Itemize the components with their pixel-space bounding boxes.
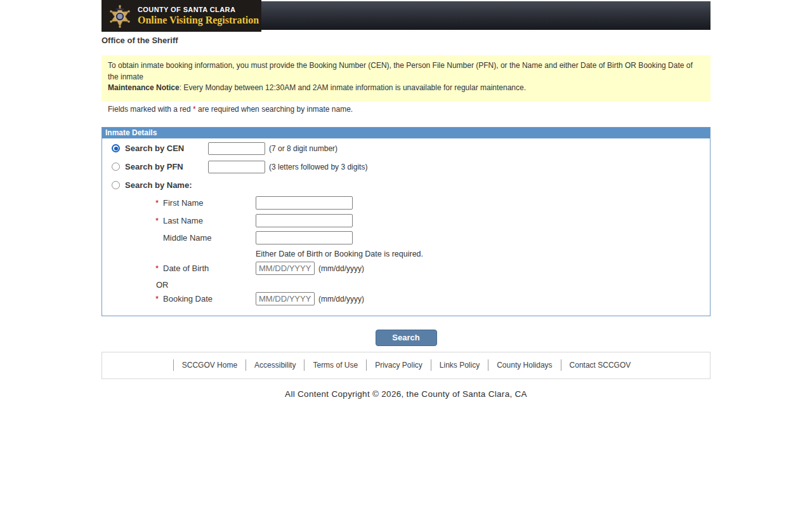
last-name-row: *Last Name <box>102 214 710 228</box>
middle-name-row: Middle Name <box>102 231 710 245</box>
middle-name-label-text: Middle Name <box>163 233 212 243</box>
date-of-birth-label: *Date of Birth <box>155 264 256 273</box>
or-label: OR <box>156 280 710 290</box>
logo: COUNTY OF SANTA CLARA Online Visiting Re… <box>102 0 261 32</box>
dob-required-asterisk: * <box>155 264 163 273</box>
footer-link-accessibility[interactable]: Accessibility <box>246 359 304 371</box>
sheriff-star-badge-icon <box>108 3 132 29</box>
search-by-name-radio[interactable] <box>112 181 120 189</box>
date-of-birth-row: *Date of Birth (mm/dd/yyyy) <box>102 262 710 276</box>
search-by-name-label: Search by Name: <box>125 180 208 190</box>
booking-date-required-asterisk: * <box>155 294 163 304</box>
middle-name-asterisk-spacer <box>155 233 163 243</box>
search-by-cen-row: Search by CEN (7 or 8 digit number) <box>112 142 710 156</box>
middle-name-input[interactable] <box>256 231 353 244</box>
search-by-pfn-row: Search by PFN (3 letters followed by 3 d… <box>112 160 710 174</box>
first-name-label-text: First Name <box>163 198 204 208</box>
last-name-input[interactable] <box>256 214 353 227</box>
required-note-text-2: are required when searching by inmate na… <box>196 105 353 114</box>
booking-date-format-hint: (mm/dd/yyyy) <box>318 295 364 304</box>
logo-text: COUNTY OF SANTA CLARA Online Visiting Re… <box>138 6 259 26</box>
footer-link-privacy-policy[interactable]: Privacy Policy <box>366 359 431 371</box>
dob-label-text: Date of Birth <box>163 264 209 273</box>
last-name-label: *Last Name <box>155 216 256 225</box>
booking-date-input[interactable] <box>256 292 315 305</box>
first-name-row: *First Name <box>102 196 710 210</box>
search-by-name-row: Search by Name: <box>112 178 710 192</box>
pfn-hint: (3 letters followed by 3 digits) <box>269 163 367 171</box>
cen-input[interactable] <box>208 142 265 155</box>
last-name-required-asterisk: * <box>155 216 163 225</box>
footer-link-contact-sccgov[interactable]: Contact SCCGOV <box>561 359 639 371</box>
dob-format-hint: (mm/dd/yyyy) <box>318 264 364 273</box>
footer-link-sccgov-home[interactable]: SCCGOV Home <box>173 359 246 371</box>
booking-date-label: *Booking Date <box>155 294 256 304</box>
maintenance-notice: Maintenance Notice: Every Monday between… <box>108 83 704 94</box>
footer-link-county-holidays[interactable]: County Holidays <box>488 359 560 371</box>
notice-box: To obtain inmate booking information, yo… <box>102 55 710 102</box>
footer-links: SCCGOV Home Accessibility Terms of Use P… <box>102 352 710 379</box>
pfn-input[interactable] <box>208 161 265 173</box>
first-name-label: *First Name <box>155 198 256 208</box>
agency-name: COUNTY OF SANTA CLARA <box>138 6 259 13</box>
header-bar: COUNTY OF SANTA CLARA Online Visiting Re… <box>102 0 710 32</box>
date-of-birth-input[interactable] <box>256 262 315 275</box>
notice-line1: To obtain inmate booking information, yo… <box>108 60 704 83</box>
search-button[interactable]: Search <box>376 330 437 346</box>
search-by-cen-label: Search by CEN <box>125 144 208 153</box>
cen-hint: (7 or 8 digit number) <box>269 144 337 153</box>
maintenance-notice-text: : Every Monday between 12:30AM and 2AM i… <box>180 83 526 92</box>
page-title: Office of the Sheriff <box>102 36 710 45</box>
footer-link-links-policy[interactable]: Links Policy <box>431 359 488 371</box>
section-header: Inmate Details <box>102 128 710 138</box>
search-by-cen-radio[interactable] <box>112 144 120 152</box>
booking-date-row: *Booking Date (mm/dd/yyyy) <box>102 292 710 306</box>
page: COUNTY OF SANTA CLARA Online Visiting Re… <box>102 0 710 399</box>
first-name-input[interactable] <box>256 196 353 210</box>
booking-date-label-text: Booking Date <box>163 294 213 304</box>
search-by-pfn-radio[interactable] <box>112 163 120 171</box>
first-name-required-asterisk: * <box>155 198 163 208</box>
date-required-note: Either Date of Birth or Booking Date is … <box>256 250 710 258</box>
required-note-text: Fields marked with a red <box>108 105 193 114</box>
required-fields-note: Fields marked with a red * are required … <box>102 105 710 114</box>
last-name-label-text: Last Name <box>163 216 203 225</box>
middle-name-label: Middle Name <box>155 233 256 243</box>
inmate-details-panel: Inmate Details Search by CEN (7 or 8 dig… <box>102 127 710 316</box>
copyright-notice: All Content Copyright © 2026, the County… <box>102 389 710 399</box>
footer-link-terms-of-use[interactable]: Terms of Use <box>304 359 366 371</box>
app-title: Online Visiting Registration <box>138 15 259 26</box>
maintenance-notice-label: Maintenance Notice <box>108 83 180 92</box>
search-by-pfn-label: Search by PFN <box>125 162 208 171</box>
